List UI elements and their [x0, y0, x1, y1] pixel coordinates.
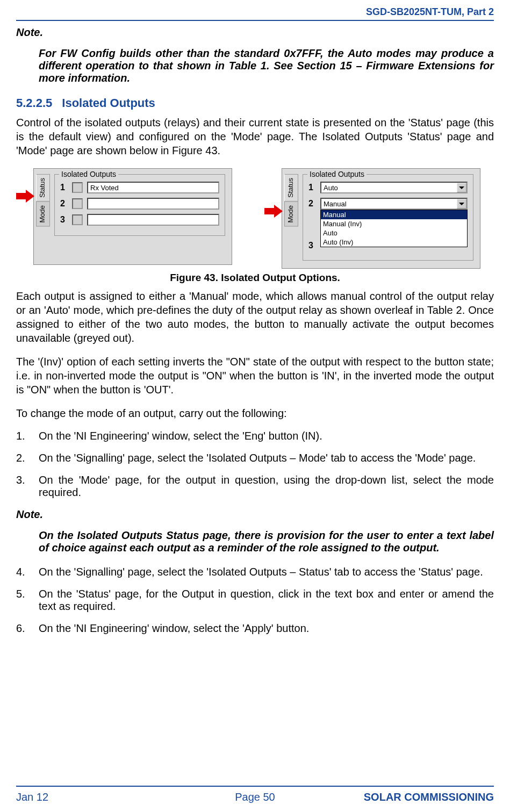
step-3: 3. On the 'Mode' page, for the output in… [16, 474, 494, 499]
mode-row-1: 1 Auto [308, 182, 468, 193]
row-number: 3 [60, 215, 68, 225]
footer-title: SOLAR COMMISSIONING [364, 791, 494, 803]
step-6: 6. On the 'NI Engineering' window, selec… [16, 622, 494, 635]
dropdown-option-auto-inv[interactable]: Auto (Inv) [321, 238, 467, 247]
mode-panel-wrap: Status Mode Isolated Outputs 1 Auto 2 [264, 168, 480, 269]
step-text: On the 'Signalling' page, select the 'Is… [39, 452, 494, 464]
section-heading: 5.2.2.5Isolated Outputs [16, 96, 494, 110]
step-text: On the 'Mode' page, for the output in qu… [39, 474, 494, 499]
note-body-2: On the Isolated Outputs Status page, the… [39, 529, 494, 554]
output-row-3: 3 [60, 214, 219, 226]
mode-panel: Status Mode Isolated Outputs 1 Auto 2 [282, 168, 480, 269]
tab-status[interactable]: Status [36, 174, 50, 202]
output-label-2[interactable] [87, 198, 219, 210]
mode-dropdown-2[interactable]: Manual Manual Manual (Inv) Auto Auto (In… [320, 198, 468, 210]
panel-tabs: Status Mode [284, 174, 298, 226]
step-5: 5. On the 'Status' page, for the Output … [16, 588, 494, 613]
step-number: 5. [16, 588, 39, 613]
dropdown-option-manual[interactable]: Manual [321, 210, 467, 219]
status-panel-wrap: Status Mode Isolated Outputs 1 2 [16, 168, 232, 265]
output-row-1: 1 [60, 182, 219, 193]
note-body-1: For FW Config builds other than the stan… [39, 47, 494, 84]
step-2: 2. On the 'Signalling' page, select the … [16, 452, 494, 464]
dropdown-value: Manual [324, 200, 347, 208]
step-text: On the 'Signalling' page, select the 'Is… [39, 566, 494, 578]
step-text: On the 'NI Engineering' window, select t… [39, 622, 494, 635]
output-toggle-2[interactable] [72, 198, 83, 209]
section-intro: Control of the isolated outputs (relays)… [16, 116, 494, 157]
row-number: 1 [60, 183, 68, 192]
step-number: 6. [16, 622, 39, 635]
step-number: 1. [16, 430, 39, 442]
output-row-2: 2 [60, 198, 219, 210]
page-header: SGD-SB2025NT-TUM, Part 2 [16, 6, 494, 21]
step-4: 4. On the 'Signalling' page, select the … [16, 566, 494, 578]
arrow-icon [264, 206, 283, 217]
row-number: 2 [308, 199, 316, 209]
row-number: 2 [60, 199, 68, 209]
tab-status[interactable]: Status [284, 174, 298, 202]
dropdown-option-auto[interactable]: Auto [321, 228, 467, 238]
section-number: 5.2.2.5 [16, 96, 52, 110]
paragraph-3: To change the mode of an output, carry o… [16, 406, 494, 420]
isolated-outputs-group: Isolated Outputs 1 2 3 [54, 174, 225, 236]
section-title: Isolated Outputs [62, 96, 155, 110]
step-1: 1. On the 'NI Engineering' window, selec… [16, 430, 494, 442]
output-toggle-3[interactable] [72, 214, 83, 225]
output-label-1[interactable] [87, 182, 219, 193]
step-number: 2. [16, 452, 39, 464]
note-label-1: Note. [16, 26, 494, 39]
figure-caption: Figure 43. Isolated Output Options. [16, 272, 494, 284]
document-id: SGD-SB2025NT-TUM, Part 2 [366, 6, 494, 17]
status-panel: Status Mode Isolated Outputs 1 2 [33, 168, 232, 265]
mode-dropdown-1[interactable]: Auto [320, 182, 468, 193]
step-number: 3. [16, 474, 39, 499]
isolated-outputs-group: Isolated Outputs 1 Auto 2 Manual [303, 174, 473, 261]
group-title: Isolated Outputs [307, 170, 367, 178]
paragraph-1: Each output is assigned to either a 'Man… [16, 289, 494, 345]
page-footer: Jan 12 Page 50 SOLAR COMMISSIONING [16, 786, 494, 803]
paragraph-2: The '(Inv)' option of each setting inver… [16, 355, 494, 397]
dropdown-value: Auto [324, 184, 338, 192]
chevron-down-icon [457, 183, 466, 192]
group-title: Isolated Outputs [59, 170, 118, 178]
step-number: 4. [16, 566, 39, 578]
output-label-3[interactable] [87, 214, 219, 226]
tab-mode[interactable]: Mode [284, 202, 298, 227]
tab-mode[interactable]: Mode [36, 202, 50, 227]
arrow-icon [16, 191, 34, 202]
mode-row-2: 2 Manual Manual Manual (Inv) Auto Auto (… [308, 198, 468, 210]
step-text: On the 'NI Engineering' window, select t… [39, 430, 494, 442]
row-number: 3 [308, 241, 316, 250]
chevron-down-icon [457, 199, 466, 209]
note-label-2: Note. [16, 508, 494, 521]
row-number: 1 [308, 183, 316, 192]
panel-tabs: Status Mode [36, 174, 50, 226]
dropdown-option-manual-inv[interactable]: Manual (Inv) [321, 219, 467, 228]
dropdown-list: Manual Manual (Inv) Auto Auto (Inv) [320, 210, 468, 247]
step-text: On the 'Status' page, for the Output in … [39, 588, 494, 613]
output-toggle-1[interactable] [72, 182, 83, 193]
figure-43: Status Mode Isolated Outputs 1 2 [16, 168, 494, 269]
